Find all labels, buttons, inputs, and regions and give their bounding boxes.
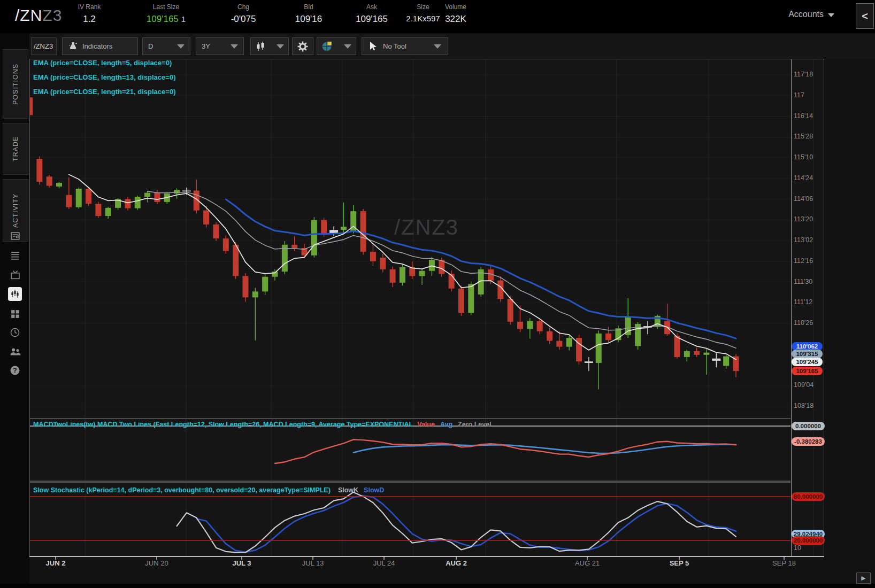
symbol-title: /ZNZ3 <box>15 6 62 25</box>
drawing-tool-dropdown[interactable]: No Tool <box>362 37 448 55</box>
stoch-tick-label: 10 <box>794 544 801 552</box>
price-tick-label: 117'18 <box>794 71 813 78</box>
price-tick-label: 113'02 <box>794 236 813 244</box>
ema5-study-label[interactable]: EMA (price=CLOSE, length=5, displace=0) <box>33 59 172 67</box>
time-tick-label: JUL 24 <box>373 559 395 567</box>
stochastic-study-label[interactable]: Slow Stochastic (kPeriod=14, dPeriod=3, … <box>33 486 384 494</box>
ema21-study-label[interactable]: EMA (price=CLOSE, length=21, displace=0) <box>33 88 175 96</box>
range-value: 3Y <box>202 42 210 50</box>
stoch-legend-slowk: SlowK <box>338 486 358 494</box>
chart-settings-button[interactable] <box>292 37 313 55</box>
price-tick-label: 110'26 <box>794 319 813 327</box>
interval-dropdown[interactable]: D <box>142 37 190 55</box>
layout-dropdown[interactable] <box>317 37 356 55</box>
contacts-icon[interactable] <box>8 344 22 358</box>
chart-type-dropdown[interactable] <box>250 37 289 55</box>
quote-field-ask: Ask 109'165 <box>339 3 404 25</box>
help-icon[interactable]: ? <box>8 363 22 377</box>
accounts-dropdown[interactable]: Accounts <box>788 10 834 19</box>
macd-study-label[interactable]: MACDTwoLines(tw) MACD Two Lines (Fast Le… <box>33 421 492 428</box>
field-label: Bid <box>277 3 341 11</box>
scroll-right-button[interactable]: ▶ <box>856 572 871 584</box>
time-tick-label: AUG 2 <box>446 559 467 567</box>
collapse-icon: < <box>862 10 868 22</box>
collapse-panel-button[interactable]: < <box>856 3 874 29</box>
sidebar-tab-positions[interactable]: POSITIONS <box>3 49 28 119</box>
price-tick-label: 115'28 <box>794 133 813 140</box>
cursor-icon <box>369 41 378 51</box>
last-price: 109'165 <box>147 14 179 24</box>
window-bottom-edge <box>0 584 875 588</box>
change-value: -0'075 <box>211 14 275 25</box>
time-tick-label: JUN 20 <box>145 559 168 567</box>
indicators-button[interactable]: Indicators <box>62 37 138 55</box>
list-icon[interactable] <box>8 249 22 262</box>
symbol-root: /ZN <box>15 6 42 24</box>
chart-region <box>29 59 824 556</box>
range-dropdown[interactable]: 3Y <box>196 37 244 55</box>
chevron-down-icon <box>434 44 441 49</box>
chart-grid-icon[interactable] <box>8 287 22 301</box>
price-tick-label: 115'10 <box>794 153 813 161</box>
ema13-study-label[interactable]: EMA (price=CLOSE, length=13, displace=0) <box>33 73 175 81</box>
quote-field-volume: Volume 322K <box>434 3 477 25</box>
tool-label: No Tool <box>383 42 406 50</box>
price-tick-label: 116'14 <box>794 112 813 120</box>
macd-legend-avg: Avg <box>440 421 452 428</box>
price-tick-label: 114'06 <box>794 195 813 203</box>
quote-header: /ZNZ3 IV Rank 1.2 Last Size 109'1651 Chg… <box>0 0 875 33</box>
chevron-down-icon <box>344 44 351 49</box>
price-tick-label: 108'18 <box>794 402 813 409</box>
bid-value: 109'16 <box>277 14 341 25</box>
chevron-down-icon <box>231 44 238 49</box>
time-tick-label: AUG 21 <box>575 559 600 567</box>
svg-text:?: ? <box>13 367 17 374</box>
monitor-icon[interactable] <box>8 268 22 282</box>
price-tick-label: 109'04 <box>794 381 813 389</box>
time-tick-label: SEP 18 <box>772 559 796 567</box>
field-label: IV Rank <box>65 3 113 11</box>
stoch-legend-slowd: SlowD <box>364 486 384 494</box>
time-tick-label: JUL 3 <box>232 559 251 567</box>
stoch-bubble: 80.000000 <box>792 492 825 501</box>
field-label: Volume <box>434 3 477 11</box>
macd-legend-value: Value <box>417 421 435 428</box>
history-clock-icon[interactable] <box>8 326 22 339</box>
globe-grid-icon <box>321 41 333 52</box>
price-bubble: 109'315 <box>792 350 823 358</box>
news-icon[interactable] <box>8 229 22 243</box>
time-tick-label: SEP 5 <box>670 559 689 567</box>
tab-label: ACTIVITY <box>12 193 19 227</box>
field-value: 1.2 <box>65 14 113 25</box>
symbol-input[interactable]: /ZNZ3 <box>31 37 57 55</box>
symbol-watermark: /ZNZ3 <box>394 215 459 239</box>
quote-field-last-size: Last Size 109'1651 <box>122 3 210 25</box>
sidebar-tab-trade[interactable]: TRADE <box>3 123 28 175</box>
trading-app-window: /ZNZ3 IV Rank 1.2 Last Size 109'1651 Chg… <box>0 0 875 588</box>
symbol-suffix: Z3 <box>42 6 62 24</box>
time-tick-label: JUN 2 <box>46 559 66 567</box>
price-tick-label: 114'24 <box>794 174 813 182</box>
field-label: Chg <box>211 3 275 11</box>
price-bubble: 109'245 <box>792 358 823 366</box>
left-sidebar: POSITIONS TRADE ACTIVITY ? <box>0 33 29 588</box>
chart-plot-surface[interactable] <box>30 59 824 556</box>
quote-field-chg: Chg -0'075 <box>211 3 275 25</box>
layout-grid-icon[interactable] <box>8 307 22 321</box>
chevron-down-icon <box>277 44 284 49</box>
volume-value: 322K <box>434 14 477 25</box>
price-bubble: 109'165 <box>792 367 823 375</box>
time-axis-line <box>29 556 824 557</box>
price-tick-label: 112'16 <box>794 257 813 265</box>
tab-label: TRADE <box>12 136 19 161</box>
gear-icon <box>297 41 308 52</box>
interval-value: D <box>148 42 153 50</box>
field-label: Ask <box>339 3 404 11</box>
field-label: Last Size <box>122 3 210 11</box>
quote-field-bid: Bid 109'16 <box>277 3 341 25</box>
flask-icon <box>68 41 78 51</box>
tab-label: POSITIONS <box>12 63 19 104</box>
stoch-label-text: Slow Stochastic (kPeriod=14, dPeriod=3, … <box>33 486 331 494</box>
price-tick-label: 117 <box>794 91 804 99</box>
indicators-label: Indicators <box>82 42 112 50</box>
